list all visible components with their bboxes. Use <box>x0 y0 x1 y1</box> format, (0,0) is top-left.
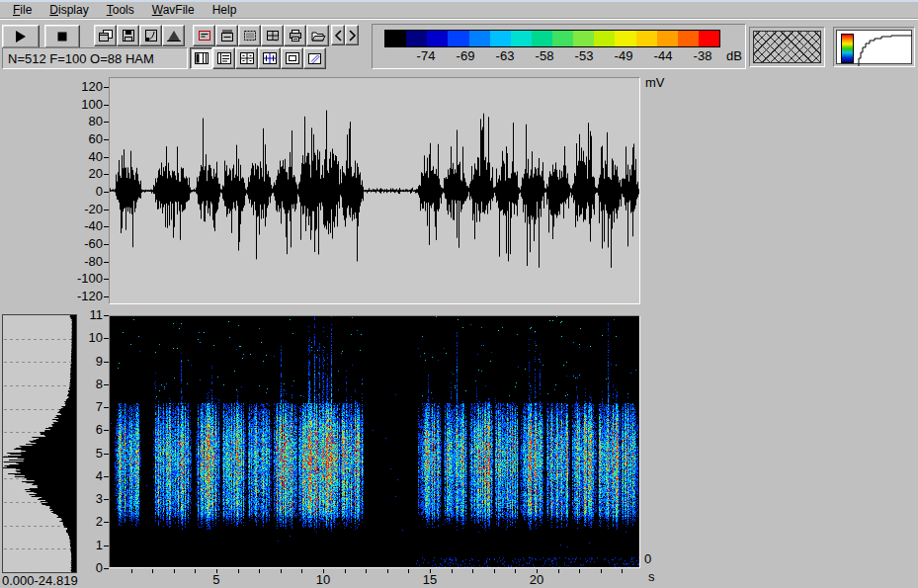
menu-file[interactable]: File <box>4 2 41 19</box>
y-tick-label: -80 <box>69 254 103 269</box>
time-range-label: 0.000-24.819 <box>2 573 78 588</box>
y-tick-label: 3 <box>77 491 103 506</box>
spectrogram-right-zero-label: 0 <box>644 551 651 566</box>
print-icon <box>288 29 303 42</box>
y-tick-label: -100 <box>69 271 103 286</box>
window-fn-icon <box>166 29 182 42</box>
color-scale-segment <box>657 31 678 46</box>
y-tick-label: 7 <box>77 399 103 414</box>
axis-tick <box>345 569 346 573</box>
axis-tick <box>366 569 367 573</box>
cascade-windows-button[interactable] <box>94 25 117 46</box>
x-tick-label: 10 <box>316 572 330 587</box>
color-scale-segment <box>532 31 552 46</box>
chev-right-icon <box>348 30 357 42</box>
db-tick-label: -58 <box>536 48 554 63</box>
next-page-button[interactable] <box>345 25 359 45</box>
stop-button[interactable] <box>44 25 80 48</box>
palette-bar-icon <box>841 34 854 63</box>
gain-curve-panel[interactable] <box>833 27 915 67</box>
menu-tools[interactable]: Tools <box>98 2 143 19</box>
axis-tick <box>195 569 196 573</box>
x-tick-label: 5 <box>212 572 219 587</box>
hatch-pattern-panel[interactable] <box>749 27 825 67</box>
play-button[interactable] <box>2 25 40 48</box>
save-button[interactable] <box>117 25 139 46</box>
window-function-button[interactable] <box>162 25 185 46</box>
layout-quad-cursor-button[interactable] <box>258 47 281 69</box>
layout-quad-blue-icon <box>262 51 278 65</box>
agc-curve-icon <box>857 31 914 68</box>
spectrum-grid-button[interactable]: S <box>261 25 284 46</box>
layout-h-icon <box>216 51 232 65</box>
axis-tick <box>174 569 175 573</box>
s-grid-icon: S <box>265 29 281 42</box>
layout-list-button[interactable] <box>212 47 235 69</box>
axis-tick <box>622 569 623 573</box>
color-scale-segment <box>490 31 511 46</box>
svg-text:S: S <box>274 35 279 43</box>
db-tick-label: -49 <box>615 48 633 63</box>
y-tick-label: 0 <box>77 560 103 575</box>
y-tick-label: 5 <box>77 446 103 461</box>
y-tick-label: 100 <box>69 97 103 112</box>
layout-v-icon <box>194 51 209 65</box>
open-file-button[interactable] <box>306 25 329 46</box>
waveform-plot[interactable] <box>109 77 640 304</box>
axis-tick <box>301 569 302 573</box>
db-scale-panel: -74-69-63-58-53-49-44-38dB <box>372 24 746 69</box>
layout-quad-button[interactable] <box>235 47 258 69</box>
print-button[interactable] <box>284 25 306 46</box>
axis-tick <box>472 569 473 573</box>
marker-settings-button[interactable] <box>215 25 238 46</box>
avg-spectrum-plot <box>3 315 76 572</box>
app-window: FileDisplayToolsWavFileHelp S N=512 F=10… <box>0 0 918 588</box>
frame-display-button[interactable] <box>193 25 215 46</box>
layout-quad-icon <box>239 51 255 65</box>
y-tick-label: 0 <box>69 184 103 199</box>
analysis-params-box: N=512 F=100 O=88 HAM <box>2 47 188 69</box>
selection-button[interactable] <box>238 25 261 46</box>
axis-tick <box>494 569 495 573</box>
y-tick-label: 2 <box>77 514 103 529</box>
menu-display[interactable]: Display <box>41 2 97 19</box>
edit-annotations-button[interactable] <box>303 47 326 69</box>
y-tick-label: 11 <box>77 307 103 322</box>
hatch-pattern-icon <box>753 31 821 63</box>
color-scale-segment <box>552 31 573 46</box>
layout-vertical-panes-button[interactable] <box>190 47 212 69</box>
layout-inner-window-button[interactable] <box>281 47 303 69</box>
y-tick-label: 6 <box>77 422 103 437</box>
spectrogram-plot[interactable] <box>109 315 640 568</box>
color-scale-segment <box>573 31 594 46</box>
menu-help[interactable]: Help <box>204 2 246 19</box>
y-tick-label: 4 <box>77 468 103 483</box>
prev-page-button[interactable] <box>331 25 345 45</box>
y-tick-label: 120 <box>69 79 103 94</box>
analysis-params-text: N=512 F=100 O=88 HAM <box>8 51 154 66</box>
axis-tick <box>408 569 409 573</box>
color-scale-segment <box>448 31 468 46</box>
edit-icon <box>307 51 323 65</box>
color-scale-segment <box>678 31 699 46</box>
menu-bar: FileDisplayToolsWavFileHelp <box>0 2 918 19</box>
color-scale-segment <box>699 31 719 46</box>
gain-curve-button[interactable] <box>139 25 162 46</box>
waveform-unit-label: mV <box>645 75 665 90</box>
y-tick-label: 40 <box>69 149 103 164</box>
play-icon <box>13 30 29 43</box>
menu-wavfile[interactable]: WavFile <box>143 2 204 19</box>
open-icon <box>310 29 326 42</box>
y-tick-label: 9 <box>77 354 103 369</box>
layout-inner-icon <box>285 51 300 65</box>
color-scale-segment <box>511 31 532 46</box>
toolbar-row-2 <box>190 47 326 69</box>
save-icon <box>121 29 136 42</box>
y-tick-label: 20 <box>69 166 103 181</box>
axis-tick <box>238 569 239 573</box>
color-scale-segment <box>427 31 448 46</box>
db-tick-label: -69 <box>457 48 475 63</box>
db-tick-label: -74 <box>417 48 436 63</box>
axis-tick <box>131 569 132 573</box>
hash-icon <box>219 29 235 42</box>
